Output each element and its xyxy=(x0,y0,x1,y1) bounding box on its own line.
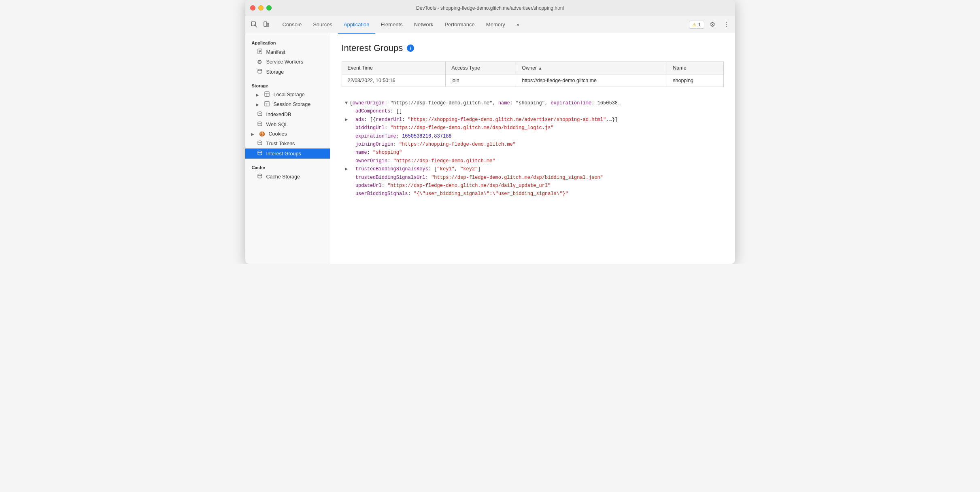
cache-storage-icon xyxy=(257,173,263,180)
tab-console[interactable]: Console xyxy=(277,17,308,34)
sidebar-section-storage: Storage xyxy=(245,81,330,90)
svg-point-8 xyxy=(258,69,262,71)
cell-name: shopping xyxy=(667,74,723,87)
svg-point-16 xyxy=(258,122,262,123)
tab-application[interactable]: Application xyxy=(338,17,375,34)
tab-more[interactable]: » xyxy=(511,17,525,34)
content-area: Interest Groups i Event Time Access Type… xyxy=(330,33,735,264)
svg-point-18 xyxy=(258,151,262,153)
cell-access-type: join xyxy=(446,74,516,87)
json-toggle-ads[interactable]: ▶ xyxy=(343,116,350,124)
json-line-biddingurl[interactable]: biddingUrl : "https://dsp-fledge-demo.gl… xyxy=(342,124,724,132)
service-workers-label: Service Workers xyxy=(266,59,303,65)
tab-elements[interactable]: Elements xyxy=(375,17,408,34)
indexeddb-icon xyxy=(257,111,263,118)
svg-point-17 xyxy=(258,141,262,142)
settings-button[interactable]: ⚙ xyxy=(707,19,718,30)
toolbar-right: ⚠ 1 ⚙ ⋮ xyxy=(689,19,732,30)
titlebar: DevTools - shopping-fledge-demo.glitch.m… xyxy=(245,0,735,16)
toolbar: Console Sources Application Elements Net… xyxy=(245,16,735,33)
devtools-window: DevTools - shopping-fledge-demo.glitch.m… xyxy=(245,0,735,264)
sort-arrow-owner: ▲ xyxy=(538,66,542,70)
cell-owner: https://dsp-fledge-demo.glitch.me xyxy=(516,74,667,87)
device-toolbar-button[interactable] xyxy=(261,19,272,30)
svg-rect-9 xyxy=(265,92,269,96)
sidebar-item-indexeddb[interactable]: IndexedDB xyxy=(245,109,330,119)
svg-rect-3 xyxy=(267,23,269,26)
session-storage-label: Session Storage xyxy=(274,102,311,107)
json-line-expiration[interactable]: expirationTime : 1650538216.837188 xyxy=(342,132,724,140)
tab-sources[interactable]: Sources xyxy=(307,17,338,34)
json-line-updateurl[interactable]: updateUrl : "https://dsp-fledge-demo.gli… xyxy=(342,182,724,190)
json-toggle-root[interactable]: ▼ xyxy=(343,99,350,107)
window-title: DevTools - shopping-fledge-demo.glitch.m… xyxy=(416,5,564,11)
web-sql-label: Web SQL xyxy=(266,122,288,127)
sidebar-item-cache-storage[interactable]: Cache Storage xyxy=(245,172,330,182)
json-line-adcomponents[interactable]: adComponents : [] xyxy=(342,107,724,115)
sidebar-item-cookies[interactable]: ▶ 🍪 Cookies xyxy=(245,129,330,138)
json-line-userbiddingsignals[interactable]: userBiddingSignals : "{\"user_bidding_si… xyxy=(342,190,724,198)
json-line-root[interactable]: ▼ { ownerOrigin : "https://dsp-fledge-de… xyxy=(342,99,724,107)
col-name[interactable]: Name xyxy=(667,62,723,74)
json-toggle-trustedbiddingkeys[interactable]: ▶ xyxy=(343,165,350,173)
svg-rect-12 xyxy=(265,102,269,106)
warning-icon: ⚠ xyxy=(692,22,697,28)
tab-network[interactable]: Network xyxy=(408,17,439,34)
sidebar-item-trust-tokens[interactable]: Trust Tokens xyxy=(245,138,330,148)
sidebar-section-application: Application xyxy=(245,38,330,47)
local-storage-label: Local Storage xyxy=(274,92,305,98)
tab-bar: Console Sources Application Elements Net… xyxy=(277,16,687,33)
inspect-tool-button[interactable] xyxy=(249,19,260,30)
col-owner[interactable]: Owner ▲ xyxy=(516,62,667,74)
svg-point-19 xyxy=(258,174,262,176)
session-storage-arrow: ▶ xyxy=(256,102,259,107)
json-line-name[interactable]: name : "shopping" xyxy=(342,148,724,157)
service-workers-icon: ⚙ xyxy=(257,59,263,65)
json-line-ownerorigin[interactable]: ownerOrigin : "https://dsp-fledge-demo.g… xyxy=(342,157,724,165)
sidebar-item-service-workers[interactable]: ⚙ Service Workers xyxy=(245,57,330,67)
storage-app-icon xyxy=(257,68,263,75)
sidebar-section-cache: Cache xyxy=(245,163,330,172)
cookies-label: Cookies xyxy=(269,131,287,137)
interest-groups-label: Interest Groups xyxy=(266,151,301,157)
close-button[interactable] xyxy=(250,5,255,11)
sidebar-item-storage-app[interactable]: Storage xyxy=(245,67,330,77)
trust-tokens-icon xyxy=(257,140,263,147)
sidebar-item-session-storage[interactable]: ▶ Session Storage xyxy=(245,100,330,109)
web-sql-icon xyxy=(257,121,263,128)
warning-badge[interactable]: ⚠ 1 xyxy=(689,21,704,29)
traffic-lights xyxy=(250,5,272,11)
json-line-joiningorigin[interactable]: joiningOrigin : "https://shopping-fledge… xyxy=(342,140,724,148)
manifest-icon xyxy=(257,49,263,55)
col-access-type[interactable]: Access Type xyxy=(446,62,516,74)
maximize-button[interactable] xyxy=(266,5,272,11)
json-viewer: ▼ { ownerOrigin : "https://dsp-fledge-de… xyxy=(342,95,724,202)
page-title: Interest Groups xyxy=(342,43,403,53)
cache-storage-label: Cache Storage xyxy=(266,174,300,180)
indexeddb-label: IndexedDB xyxy=(266,112,291,117)
json-line-trustedbiddingkeys[interactable]: ▶ trustedBiddingSignalsKeys : [ "key1" ,… xyxy=(342,165,724,173)
svg-point-15 xyxy=(258,112,262,113)
sidebar-item-manifest[interactable]: Manifest xyxy=(245,47,330,57)
sidebar-item-web-sql[interactable]: Web SQL xyxy=(245,119,330,129)
sidebar-item-local-storage[interactable]: ▶ Local Storage xyxy=(245,90,330,100)
tab-memory[interactable]: Memory xyxy=(480,17,511,34)
local-storage-arrow: ▶ xyxy=(256,93,259,97)
toolbar-icon-group xyxy=(249,19,272,30)
col-event-time[interactable]: Event Time xyxy=(342,62,446,74)
sidebar: Application Manifest ⚙ Service Workers xyxy=(245,33,330,264)
session-storage-icon xyxy=(264,101,270,108)
interest-groups-table: Event Time Access Type Owner ▲ Name 22/0… xyxy=(342,62,724,87)
info-icon[interactable]: i xyxy=(407,45,414,52)
minimize-button[interactable] xyxy=(258,5,264,11)
cookies-arrow: ▶ xyxy=(251,132,254,136)
tab-performance[interactable]: Performance xyxy=(439,17,480,34)
cell-event-time: 22/03/2022, 10:50:16 xyxy=(342,74,446,87)
json-line-trustedbiddingurl[interactable]: trustedBiddingSignalsUrl : "https://dsp-… xyxy=(342,174,724,182)
json-line-ads[interactable]: ▶ ads : [{ renderUrl : "https://shopping… xyxy=(342,116,724,124)
interest-groups-icon xyxy=(257,150,263,157)
more-options-button[interactable]: ⋮ xyxy=(721,19,732,30)
sidebar-item-interest-groups[interactable]: Interest Groups xyxy=(245,148,330,159)
warning-count: 1 xyxy=(698,22,701,28)
cookies-icon: 🍪 xyxy=(259,131,266,137)
